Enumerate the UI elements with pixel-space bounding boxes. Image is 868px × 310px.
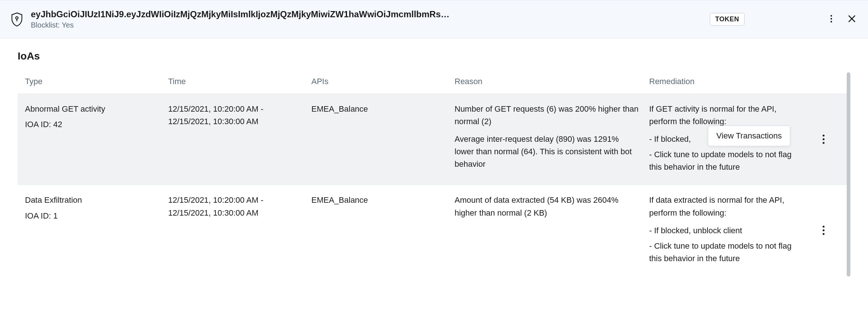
svg-point-3	[831, 18, 832, 19]
col-remediation: Remediation	[649, 77, 807, 86]
view-transactions-tooltip[interactable]: View Transactions	[708, 126, 790, 146]
scrollbar-thumb[interactable]	[847, 72, 850, 277]
ioa-type-label: Data Exfiltration	[25, 194, 158, 206]
panel-header: eyJhbGciOiJIUzI1NiJ9.eyJzdWIiOiIzMjQzMjk…	[0, 0, 868, 39]
scrollbar-track[interactable]	[847, 72, 850, 277]
ioa-type-label: Abnormal GET activity	[25, 103, 158, 115]
more-vertical-icon	[827, 14, 836, 25]
col-apis: APIs	[311, 77, 455, 86]
svg-point-0	[16, 17, 18, 19]
reason-line: Number of GET requests (6) was 200% high…	[455, 103, 639, 128]
col-time: Time	[168, 77, 311, 86]
remediation-step: - Click tune to update models to not fla…	[649, 148, 797, 173]
svg-point-2	[831, 15, 832, 17]
svg-point-4	[831, 21, 832, 22]
shield-keyhole-icon	[10, 12, 23, 27]
table-header-row: Type Time APIs Reason Remediation	[18, 72, 850, 94]
token-title: eyJhbGciOiJIUzI1NiJ9.eyJzdWIiOiIzMjQzMjk…	[31, 9, 702, 19]
header-actions	[825, 12, 858, 26]
section-title: IoAs	[18, 50, 850, 62]
close-button[interactable]	[846, 12, 858, 26]
cell-actions	[807, 194, 840, 267]
remediation-intro: If data extracted is normal for the API,…	[649, 194, 797, 219]
cell-time: 12/15/2021, 10:20:00 AM - 12/15/2021, 10…	[168, 103, 311, 128]
cell-reason: Amount of data extracted (54 KB) was 260…	[455, 194, 649, 219]
table-row: Data Exfiltration IOA ID: 1 12/15/2021, …	[18, 185, 850, 276]
col-reason: Reason	[455, 77, 649, 86]
table-row: Abnormal GET activity IOA ID: 42 12/15/2…	[18, 94, 850, 185]
cell-type: Data Exfiltration IOA ID: 1	[25, 194, 168, 222]
col-actions	[807, 77, 840, 86]
content-area: IoAs Type Time APIs Reason Remediation A…	[0, 39, 868, 277]
svg-point-9	[822, 142, 824, 144]
svg-point-10	[822, 226, 824, 228]
col-type: Type	[25, 77, 168, 86]
more-vertical-icon	[822, 134, 825, 145]
row-more-button[interactable]	[819, 131, 828, 148]
cell-remediation: If data extracted is normal for the API,…	[649, 194, 807, 267]
ioa-table: Type Time APIs Reason Remediation Abnorm…	[18, 72, 850, 277]
row-more-button[interactable]	[819, 222, 828, 239]
more-vertical-icon	[822, 225, 825, 237]
header-text-block: eyJhbGciOiJIUzI1NiJ9.eyJzdWIiOiIzMjQzMjk…	[31, 9, 702, 29]
ioa-id-label: IOA ID: 42	[25, 118, 158, 131]
cell-apis: EMEA_Balance	[311, 194, 455, 206]
close-icon	[847, 14, 856, 25]
cell-type: Abnormal GET activity IOA ID: 42	[25, 103, 168, 131]
cell-actions	[807, 103, 840, 176]
svg-point-7	[822, 134, 824, 136]
remediation-intro: If GET activity is normal for the API, p…	[649, 103, 797, 128]
token-type-badge: TOKEN	[710, 13, 745, 26]
svg-point-11	[822, 230, 824, 231]
svg-point-8	[822, 138, 824, 140]
blocklist-status: Blocklist: Yes	[31, 21, 702, 29]
cell-apis: EMEA_Balance	[311, 103, 455, 115]
reason-line: Average inter-request delay (890) was 12…	[455, 133, 639, 170]
cell-time: 12/15/2021, 10:20:00 AM - 12/15/2021, 10…	[168, 194, 311, 219]
ioa-id-label: IOA ID: 1	[25, 210, 158, 222]
reason-line: Amount of data extracted (54 KB) was 260…	[455, 194, 639, 219]
remediation-step: - Click tune to update models to not fla…	[649, 240, 797, 265]
table-body: Abnormal GET activity IOA ID: 42 12/15/2…	[18, 94, 850, 277]
remediation-step: - If blocked, unblock client	[649, 224, 797, 237]
cell-reason: Number of GET requests (6) was 200% high…	[455, 103, 649, 170]
svg-point-12	[822, 233, 824, 235]
header-more-button[interactable]	[825, 12, 837, 26]
